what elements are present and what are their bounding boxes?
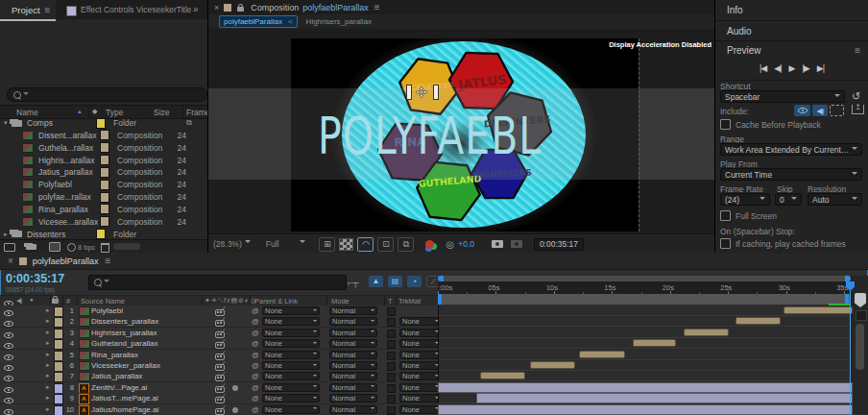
timeline-tab-label[interactable]: polyfaeblParallax [33,256,99,266]
comp-button-icon[interactable] [856,310,867,321]
parent-dropdown[interactable]: None [262,351,320,359]
trkmat-dropdown[interactable]: None [399,329,442,337]
full-screen-checkbox[interactable]: Full Screen [720,210,777,221]
layer-expand-arrow[interactable]: ▸ [46,351,50,358]
composition-tab-name[interactable]: polyfaeblParallax [302,3,369,12]
mode-dropdown[interactable]: Normal [329,372,377,380]
parent-dropdown[interactable]: None [262,317,320,326]
preserve-transparency-toggle[interactable] [387,406,396,415]
preserve-transparency-toggle[interactable] [387,384,396,393]
project-comp-row[interactable]: Dissent...arallaxComposition24 [0,130,207,141]
layer-row[interactable]: ▸7Jatius_parallax⟋@NoneNormalNone [0,371,868,382]
layer-duration-bar[interactable] [784,306,852,314]
work-area-bar[interactable] [438,294,851,305]
layer-name[interactable]: Zenith/...Page.ai [91,383,199,392]
audio-column-icon[interactable]: ◀) [16,297,21,305]
label-swatch[interactable] [100,192,109,203]
item-name[interactable]: Comps [27,118,94,128]
draft-3d-icon[interactable]: ▲ [369,276,383,287]
label-swatch[interactable] [100,204,109,214]
include-video-icon[interactable] [794,105,810,116]
work-area-start-handle[interactable] [438,294,442,305]
effect-switch-icon[interactable] [232,407,238,413]
motion-blur-icon[interactable]: ◔ [407,276,422,287]
layer-visibility-toggle[interactable] [4,354,13,360]
if-caching-checkbox[interactable]: If caching, play cached frames [720,238,846,249]
new-composition-icon[interactable] [49,242,60,252]
project-menu-icon[interactable]: ≡ [45,5,51,15]
preserve-transparency-toggle[interactable] [387,318,396,327]
layer-visibility-toggle[interactable] [4,376,13,381]
layer-name[interactable]: Gutheland_parallax [91,339,199,348]
layer-label-swatch[interactable] [54,351,63,361]
layer-label-swatch[interactable] [54,329,63,339]
item-name[interactable]: Dissenters [27,230,94,239]
index-column-label[interactable]: # [66,297,70,305]
layer-expand-arrow[interactable]: ▸ [46,405,50,413]
project-comp-row[interactable]: PolyfaeblComposition24 [0,179,207,190]
layer-name[interactable]: Highrisers_parallax [91,329,199,337]
mode-dropdown[interactable]: Normal [329,383,377,392]
crop-region-icon[interactable]: ⧉ [398,237,414,252]
item-name[interactable]: Vicesee...arallax [38,217,98,227]
trkmat-dropdown[interactable]: None [399,383,442,392]
shortcut-dropdown[interactable]: Spacebar [720,90,845,103]
parent-dropdown[interactable]: None [262,372,320,380]
layer-visibility-toggle[interactable] [4,332,13,338]
trkmat-dropdown[interactable]: None [399,351,442,359]
new-folder-icon[interactable] [26,244,36,250]
play-from-dropdown[interactable]: Current Time [720,168,862,181]
layer-name[interactable]: Jatius/homePage.ai [91,405,199,414]
parent-pickwhip-icon[interactable]: @ [252,372,259,380]
audio-panel-header[interactable]: Audio [715,21,868,41]
project-comp-row[interactable]: Rina_parallaxComposition24 [0,204,207,215]
layer-visibility-toggle[interactable] [4,321,13,327]
go-to-end-button[interactable]: ▶| [817,63,824,73]
trkmat-column[interactable]: TrkMat [398,297,421,305]
parent-dropdown[interactable]: None [262,329,320,337]
layer-label-swatch[interactable] [54,361,63,372]
label-swatch[interactable] [96,229,106,239]
label-swatch[interactable] [96,118,106,129]
mask-visibility-icon[interactable]: ◠ [357,237,374,252]
quality-switch-icon[interactable]: ⟋ [220,360,226,370]
parent-pickwhip-icon[interactable]: @ [252,405,259,414]
layer-expand-arrow[interactable]: ▸ [46,394,50,402]
layer-label-swatch[interactable] [54,394,63,404]
layer-duration-bar[interactable] [438,382,853,393]
layer-row[interactable]: ▸6Viceseeker_parallax⟋@NoneNormalNone [0,360,868,372]
bit-depth-label[interactable]: 8 bpc [78,243,95,252]
layer-row[interactable]: ▸9AJatiusT...mePage.ai⟋@NoneNormalNone [0,393,868,404]
layer-duration-bar[interactable] [530,361,575,369]
parent-pickwhip-icon[interactable]: @ [252,361,259,370]
preserve-transparency-toggle[interactable] [387,362,396,371]
label-swatch[interactable] [100,142,109,153]
parent-pickwhip-icon[interactable]: @ [252,394,259,403]
layer-duration-bar[interactable] [476,393,853,403]
layer-expand-arrow[interactable]: ▸ [46,361,50,369]
mode-dropdown[interactable]: Normal [329,394,377,403]
export-preview-icon[interactable]: ↥ [852,105,864,114]
item-name[interactable]: polyfae...rallax [38,192,98,202]
tab-effect-controls[interactable]: Effect Controls ViceseekerTitle/ [81,5,191,14]
mode-dropdown[interactable]: Normal [329,339,377,348]
parent-dropdown[interactable]: None [262,361,320,370]
layer-row[interactable]: ▸1Polyfaebl⟋@NoneNormal [0,305,868,317]
trkmat-dropdown[interactable]: None [399,361,442,370]
layer-expand-arrow[interactable]: ▸ [46,329,50,336]
transparency-grid-icon[interactable] [339,238,353,251]
project-comp-row[interactable]: polyfae...rallaxComposition24 [0,191,207,203]
grid-guides-icon[interactable]: ⊞ [319,237,335,252]
label-swatch[interactable] [100,155,109,165]
quality-switch-icon[interactable]: ⟋ [220,338,226,348]
layer-visibility-toggle[interactable] [4,343,13,349]
layer-expand-arrow[interactable]: ▸ [46,372,50,379]
skip-dropdown[interactable]: 0 [775,193,802,206]
breadcrumb-parent[interactable]: Highrisers_parallax [306,17,372,26]
range-dropdown[interactable]: Work Area Extended By Current… [720,143,862,156]
timeline-close-icon[interactable]: × [8,256,13,266]
reset-preview-icon[interactable]: ↺ [852,90,860,103]
layer-label-swatch[interactable] [54,306,63,317]
close-tab-icon[interactable]: × [214,3,219,12]
trkmat-dropdown[interactable]: None [399,339,442,348]
